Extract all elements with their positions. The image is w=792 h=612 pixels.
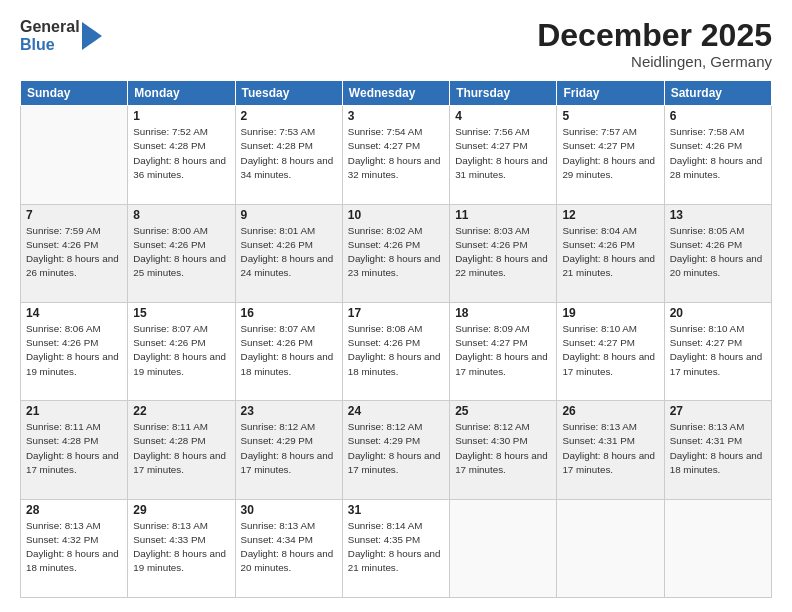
day-number: 13 xyxy=(670,208,766,222)
day-number: 7 xyxy=(26,208,122,222)
day-number: 6 xyxy=(670,109,766,123)
day-number: 15 xyxy=(133,306,229,320)
col-friday: Friday xyxy=(557,81,664,106)
day-number: 8 xyxy=(133,208,229,222)
day-number: 25 xyxy=(455,404,551,418)
day-info: Sunrise: 8:08 AMSunset: 4:26 PMDaylight:… xyxy=(348,323,441,377)
table-row: 7Sunrise: 7:59 AMSunset: 4:26 PMDaylight… xyxy=(21,204,128,302)
table-row: 30Sunrise: 8:13 AMSunset: 4:34 PMDayligh… xyxy=(235,499,342,597)
day-info: Sunrise: 8:07 AMSunset: 4:26 PMDaylight:… xyxy=(241,323,334,377)
day-number: 31 xyxy=(348,503,444,517)
table-row: 5Sunrise: 7:57 AMSunset: 4:27 PMDaylight… xyxy=(557,106,664,204)
table-row: 19Sunrise: 8:10 AMSunset: 4:27 PMDayligh… xyxy=(557,302,664,400)
month-title: December 2025 xyxy=(537,18,772,53)
logo-general: General xyxy=(20,18,80,36)
day-number: 11 xyxy=(455,208,551,222)
calendar-header-row: Sunday Monday Tuesday Wednesday Thursday… xyxy=(21,81,772,106)
calendar-week-row: 14Sunrise: 8:06 AMSunset: 4:26 PMDayligh… xyxy=(21,302,772,400)
table-row: 6Sunrise: 7:58 AMSunset: 4:26 PMDaylight… xyxy=(664,106,771,204)
logo-icon xyxy=(82,22,102,50)
table-row: 11Sunrise: 8:03 AMSunset: 4:26 PMDayligh… xyxy=(450,204,557,302)
calendar-table: Sunday Monday Tuesday Wednesday Thursday… xyxy=(20,80,772,598)
day-number: 21 xyxy=(26,404,122,418)
col-saturday: Saturday xyxy=(664,81,771,106)
logo-text: General Blue xyxy=(20,18,80,53)
day-number: 12 xyxy=(562,208,658,222)
table-row: 31Sunrise: 8:14 AMSunset: 4:35 PMDayligh… xyxy=(342,499,449,597)
day-info: Sunrise: 8:01 AMSunset: 4:26 PMDaylight:… xyxy=(241,225,334,279)
day-number: 14 xyxy=(26,306,122,320)
table-row: 23Sunrise: 8:12 AMSunset: 4:29 PMDayligh… xyxy=(235,401,342,499)
day-number: 4 xyxy=(455,109,551,123)
day-number: 10 xyxy=(348,208,444,222)
day-number: 1 xyxy=(133,109,229,123)
day-info: Sunrise: 8:13 AMSunset: 4:33 PMDaylight:… xyxy=(133,520,226,574)
table-row xyxy=(557,499,664,597)
table-row: 8Sunrise: 8:00 AMSunset: 4:26 PMDaylight… xyxy=(128,204,235,302)
table-row: 21Sunrise: 8:11 AMSunset: 4:28 PMDayligh… xyxy=(21,401,128,499)
day-number: 20 xyxy=(670,306,766,320)
table-row: 26Sunrise: 8:13 AMSunset: 4:31 PMDayligh… xyxy=(557,401,664,499)
day-info: Sunrise: 8:00 AMSunset: 4:26 PMDaylight:… xyxy=(133,225,226,279)
day-info: Sunrise: 7:52 AMSunset: 4:28 PMDaylight:… xyxy=(133,126,226,180)
day-info: Sunrise: 8:12 AMSunset: 4:29 PMDaylight:… xyxy=(348,421,441,475)
table-row: 3Sunrise: 7:54 AMSunset: 4:27 PMDaylight… xyxy=(342,106,449,204)
day-number: 19 xyxy=(562,306,658,320)
calendar-week-row: 1Sunrise: 7:52 AMSunset: 4:28 PMDaylight… xyxy=(21,106,772,204)
location: Neidlingen, Germany xyxy=(537,53,772,70)
day-info: Sunrise: 7:56 AMSunset: 4:27 PMDaylight:… xyxy=(455,126,548,180)
logo-blue: Blue xyxy=(20,36,80,54)
table-row: 28Sunrise: 8:13 AMSunset: 4:32 PMDayligh… xyxy=(21,499,128,597)
page: General Blue December 2025 Neidlingen, G… xyxy=(0,0,792,612)
day-info: Sunrise: 8:02 AMSunset: 4:26 PMDaylight:… xyxy=(348,225,441,279)
table-row: 24Sunrise: 8:12 AMSunset: 4:29 PMDayligh… xyxy=(342,401,449,499)
calendar-week-row: 28Sunrise: 8:13 AMSunset: 4:32 PMDayligh… xyxy=(21,499,772,597)
day-info: Sunrise: 8:11 AMSunset: 4:28 PMDaylight:… xyxy=(133,421,226,475)
day-info: Sunrise: 8:10 AMSunset: 4:27 PMDaylight:… xyxy=(562,323,655,377)
calendar-week-row: 7Sunrise: 7:59 AMSunset: 4:26 PMDaylight… xyxy=(21,204,772,302)
day-info: Sunrise: 8:12 AMSunset: 4:29 PMDaylight:… xyxy=(241,421,334,475)
day-info: Sunrise: 8:13 AMSunset: 4:32 PMDaylight:… xyxy=(26,520,119,574)
logo: General Blue xyxy=(20,18,102,53)
day-info: Sunrise: 8:05 AMSunset: 4:26 PMDaylight:… xyxy=(670,225,763,279)
table-row xyxy=(21,106,128,204)
day-info: Sunrise: 7:53 AMSunset: 4:28 PMDaylight:… xyxy=(241,126,334,180)
table-row xyxy=(450,499,557,597)
table-row: 9Sunrise: 8:01 AMSunset: 4:26 PMDaylight… xyxy=(235,204,342,302)
day-info: Sunrise: 8:06 AMSunset: 4:26 PMDaylight:… xyxy=(26,323,119,377)
table-row: 1Sunrise: 7:52 AMSunset: 4:28 PMDaylight… xyxy=(128,106,235,204)
day-number: 17 xyxy=(348,306,444,320)
header: General Blue December 2025 Neidlingen, G… xyxy=(20,18,772,70)
table-row: 16Sunrise: 8:07 AMSunset: 4:26 PMDayligh… xyxy=(235,302,342,400)
col-monday: Monday xyxy=(128,81,235,106)
day-info: Sunrise: 7:54 AMSunset: 4:27 PMDaylight:… xyxy=(348,126,441,180)
col-thursday: Thursday xyxy=(450,81,557,106)
day-info: Sunrise: 8:04 AMSunset: 4:26 PMDaylight:… xyxy=(562,225,655,279)
col-wednesday: Wednesday xyxy=(342,81,449,106)
table-row: 4Sunrise: 7:56 AMSunset: 4:27 PMDaylight… xyxy=(450,106,557,204)
day-number: 5 xyxy=(562,109,658,123)
day-info: Sunrise: 8:13 AMSunset: 4:31 PMDaylight:… xyxy=(562,421,655,475)
table-row: 12Sunrise: 8:04 AMSunset: 4:26 PMDayligh… xyxy=(557,204,664,302)
day-number: 18 xyxy=(455,306,551,320)
table-row: 18Sunrise: 8:09 AMSunset: 4:27 PMDayligh… xyxy=(450,302,557,400)
col-tuesday: Tuesday xyxy=(235,81,342,106)
day-number: 2 xyxy=(241,109,337,123)
day-info: Sunrise: 8:13 AMSunset: 4:34 PMDaylight:… xyxy=(241,520,334,574)
table-row: 10Sunrise: 8:02 AMSunset: 4:26 PMDayligh… xyxy=(342,204,449,302)
table-row: 25Sunrise: 8:12 AMSunset: 4:30 PMDayligh… xyxy=(450,401,557,499)
day-info: Sunrise: 8:09 AMSunset: 4:27 PMDaylight:… xyxy=(455,323,548,377)
day-number: 30 xyxy=(241,503,337,517)
day-number: 27 xyxy=(670,404,766,418)
day-info: Sunrise: 8:13 AMSunset: 4:31 PMDaylight:… xyxy=(670,421,763,475)
day-number: 16 xyxy=(241,306,337,320)
calendar-week-row: 21Sunrise: 8:11 AMSunset: 4:28 PMDayligh… xyxy=(21,401,772,499)
day-info: Sunrise: 8:12 AMSunset: 4:30 PMDaylight:… xyxy=(455,421,548,475)
day-info: Sunrise: 8:10 AMSunset: 4:27 PMDaylight:… xyxy=(670,323,763,377)
table-row: 15Sunrise: 8:07 AMSunset: 4:26 PMDayligh… xyxy=(128,302,235,400)
day-info: Sunrise: 7:59 AMSunset: 4:26 PMDaylight:… xyxy=(26,225,119,279)
day-info: Sunrise: 7:58 AMSunset: 4:26 PMDaylight:… xyxy=(670,126,763,180)
table-row: 27Sunrise: 8:13 AMSunset: 4:31 PMDayligh… xyxy=(664,401,771,499)
day-info: Sunrise: 8:03 AMSunset: 4:26 PMDaylight:… xyxy=(455,225,548,279)
day-number: 22 xyxy=(133,404,229,418)
